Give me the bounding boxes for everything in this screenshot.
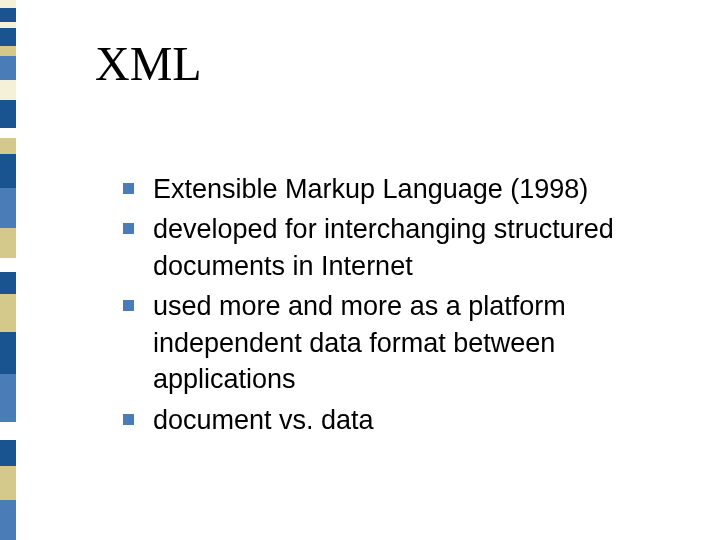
slide-content: XML Extensible Markup Language (1998) de…	[95, 36, 680, 442]
strip-segment	[0, 100, 16, 128]
strip-segment	[0, 8, 16, 22]
strip-segment	[0, 28, 16, 46]
list-item: document vs. data	[123, 402, 680, 438]
bullet-list: Extensible Markup Language (1998) develo…	[95, 171, 680, 438]
strip-segment	[0, 466, 16, 500]
list-item: used more and more as a platform indepen…	[123, 288, 680, 397]
strip-segment	[0, 440, 16, 466]
bullet-text: developed for interchanging structured d…	[153, 214, 614, 280]
bullet-text: document vs. data	[153, 405, 374, 435]
strip-segment	[0, 228, 16, 258]
strip-segment	[0, 500, 16, 540]
strip-segment	[0, 258, 16, 272]
strip-segment	[0, 0, 16, 8]
strip-segment	[0, 332, 16, 374]
strip-segment	[0, 128, 16, 138]
strip-segment	[0, 272, 16, 294]
strip-segment	[0, 138, 16, 154]
strip-segment	[0, 374, 16, 422]
strip-segment	[0, 188, 16, 228]
strip-segment	[0, 80, 16, 100]
square-bullet-icon	[123, 223, 134, 234]
strip-segment	[0, 56, 16, 80]
slide-title: XML	[95, 36, 680, 91]
strip-segment	[0, 294, 16, 332]
square-bullet-icon	[123, 414, 134, 425]
list-item: developed for interchanging structured d…	[123, 211, 680, 284]
bullet-text: used more and more as a platform indepen…	[153, 291, 566, 394]
square-bullet-icon	[123, 300, 134, 311]
bullet-text: Extensible Markup Language (1998)	[153, 174, 588, 204]
square-bullet-icon	[123, 183, 134, 194]
decorative-left-strip	[0, 0, 16, 540]
strip-segment	[0, 46, 16, 56]
strip-segment	[0, 422, 16, 440]
strip-segment	[0, 154, 16, 188]
list-item: Extensible Markup Language (1998)	[123, 171, 680, 207]
